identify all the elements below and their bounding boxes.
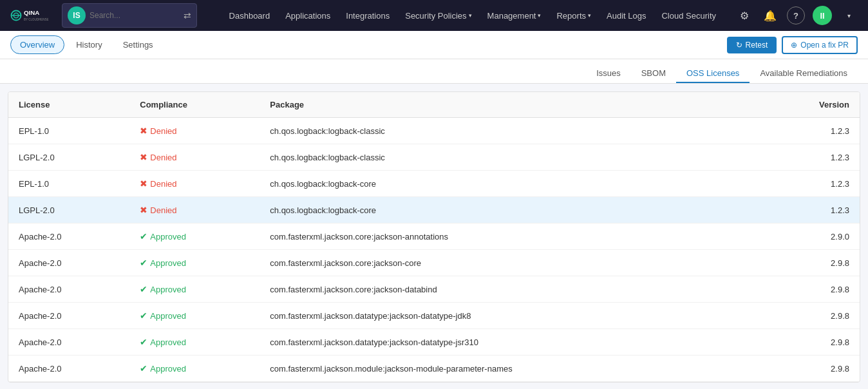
cell-compliance: ✔ Approved [129,303,259,329]
nav-link-audit-logs[interactable]: Audit Logs [600,7,652,24]
cell-version: 2.9.8 [762,250,860,276]
cell-package: com.fasterxml.jackson.core:jackson-core [259,250,762,276]
cell-compliance: ✖ Denied [129,197,259,223]
nav-links: Dashboard Applications Integrations Secu… [223,7,722,24]
cell-license: Apache-2.0 [8,356,129,382]
table-row: LGPL-2.0 ✖ Denied ch.qos.logback:logback… [8,197,860,223]
cell-package: ch.qos.logback:logback-core [259,197,762,223]
table-container: License Compliance Package Version EPL-1… [8,91,860,383]
table-row: LGPL-2.0 ✖ Denied ch.qos.logback:logback… [8,144,860,171]
cell-license: EPL-1.0 [8,171,129,197]
cell-license: Apache-2.0 [8,276,129,303]
cell-compliance: ✔ Approved [129,223,259,250]
table-row: EPL-1.0 ✖ Denied ch.qos.logback:logback-… [8,171,860,197]
compliance-badge: ✔ Approved [140,231,186,242]
col-header-version: Version [762,92,860,118]
compliance-badge: ✔ Approved [140,363,186,374]
table-row: EPL-1.0 ✖ Denied ch.qos.logback:logback-… [8,118,860,144]
cell-package: ch.qos.logback:logback-classic [259,144,762,171]
cell-license: Apache-2.0 [8,223,129,250]
tab-oss-licenses[interactable]: OSS Licenses [676,64,750,83]
app-icon: IS [68,6,86,24]
bell-icon[interactable]: 🔔 [761,6,779,24]
content-tabs: Issues SBOM OSS Licenses Available Remed… [0,59,868,84]
avatar[interactable]: II [813,6,832,25]
denied-icon: ✖ [140,152,147,162]
tab-sbom[interactable]: SBOM [631,64,676,83]
table-row: Apache-2.0 ✔ Approved com.fasterxml.jack… [8,223,860,250]
nav-link-management[interactable]: Management ▾ [481,7,548,24]
cell-package: com.fasterxml.jackson.core:jackson-datab… [259,276,762,303]
approved-icon: ✔ [140,310,147,321]
denied-icon: ✖ [140,205,147,215]
tab-issues[interactable]: Issues [586,64,631,83]
svg-text:BY CLOUDHENSE AI: BY CLOUDHENSE AI [24,18,49,21]
cell-compliance: ✖ Denied [129,171,259,197]
retest-button[interactable]: ↻ Retest [727,37,777,53]
chevron-down-icon: ▾ [469,12,472,19]
refresh-icon: ↻ [736,41,742,50]
table-header-row: License Compliance Package Version [8,92,860,118]
nav-link-cloud-security[interactable]: Cloud Security [655,7,722,24]
table-row: Apache-2.0 ✔ Approved com.fasterxml.jack… [8,250,860,276]
swap-icon[interactable]: ⇄ [184,10,191,21]
sub-header: Overview History Settings ↻ Retest ⊕ Ope… [0,31,868,59]
denied-icon: ✖ [140,178,147,189]
pr-icon: ⊕ [791,41,797,50]
approved-icon: ✔ [140,231,147,242]
cell-compliance: ✔ Approved [129,329,259,356]
cell-package: ch.qos.logback:logback-core [259,171,762,197]
cell-version: 2.9.8 [762,356,860,382]
col-header-license: License [8,92,129,118]
chevron-down-icon: ▾ [538,12,541,19]
chevron-down-icon[interactable]: ▾ [840,6,858,24]
col-header-package: Package [259,92,762,118]
svg-text:QINA: QINA [24,9,39,16]
tab-settings[interactable]: Settings [114,36,162,53]
approved-icon: ✔ [140,337,147,347]
search-box[interactable]: IS ⇄ [62,3,197,28]
navbar: QINA BY CLOUDHENSE AI IS ⇄ Dashboard App… [0,0,868,31]
search-input[interactable] [90,11,180,20]
cell-compliance: ✖ Denied [129,118,259,144]
tab-history[interactable]: History [67,36,111,53]
cell-compliance: ✔ Approved [129,356,259,382]
cell-license: EPL-1.0 [8,118,129,144]
cell-version: 2.9.8 [762,303,860,329]
approved-icon: ✔ [140,258,147,268]
tab-overview[interactable]: Overview [10,35,64,54]
brand-logo: QINA BY CLOUDHENSE AI [10,6,49,25]
nav-link-security-policies[interactable]: Security Policies ▾ [399,7,478,24]
compliance-badge: ✖ Denied [140,126,176,136]
nav-link-integrations[interactable]: Integrations [339,7,396,24]
oss-licenses-table: License Compliance Package Version EPL-1… [8,92,860,382]
cell-package: ch.qos.logback:logback-classic [259,118,762,144]
table-row: Apache-2.0 ✔ Approved com.fasterxml.jack… [8,303,860,329]
open-fix-pr-button[interactable]: ⊕ Open a fix PR [782,36,858,54]
cell-license: Apache-2.0 [8,250,129,276]
cell-version: 1.2.3 [762,197,860,223]
help-icon[interactable]: ? [787,6,805,24]
cell-compliance: ✔ Approved [129,276,259,303]
cell-package: com.fasterxml.jackson.datatype:jackson-d… [259,329,762,356]
compliance-badge: ✖ Denied [140,178,176,189]
compliance-badge: ✔ Approved [140,337,186,347]
nav-link-reports[interactable]: Reports ▾ [550,7,598,24]
cell-license: LGPL-2.0 [8,197,129,223]
nav-link-dashboard[interactable]: Dashboard [223,7,277,24]
cell-version: 1.2.3 [762,144,860,171]
cell-version: 2.9.8 [762,329,860,356]
compliance-badge: ✔ Approved [140,284,186,294]
table-row: Apache-2.0 ✔ Approved com.fasterxml.jack… [8,329,860,356]
nav-link-applications[interactable]: Applications [279,7,337,24]
cell-package: com.fasterxml.jackson.module:jackson-mod… [259,356,762,382]
sub-header-actions: ↻ Retest ⊕ Open a fix PR [727,36,858,54]
approved-icon: ✔ [140,284,147,294]
approved-icon: ✔ [140,363,147,374]
cell-license: Apache-2.0 [8,303,129,329]
settings-icon[interactable]: ⚙ [735,6,753,24]
compliance-badge: ✔ Approved [140,258,186,268]
table-row: Apache-2.0 ✔ Approved com.fasterxml.jack… [8,356,860,382]
cell-compliance: ✖ Denied [129,144,259,171]
tab-available-remediations[interactable]: Available Remediations [750,64,858,83]
